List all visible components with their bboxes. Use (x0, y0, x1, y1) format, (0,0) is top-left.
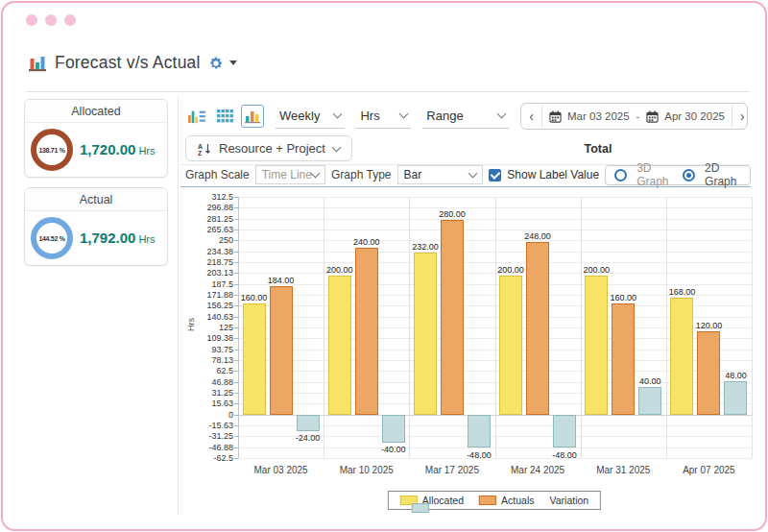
bar-allocated[interactable] (585, 276, 608, 415)
header-divider (26, 91, 750, 92)
chevron-down-icon (333, 109, 343, 119)
bar-actuals[interactable] (612, 303, 635, 415)
chart-list-icon[interactable] (185, 105, 208, 128)
legend-label: Variation (549, 495, 588, 506)
bar-variation[interactable] (297, 415, 320, 431)
plot-divider (324, 197, 324, 458)
grouping-select[interactable]: A Z Resource + Project (185, 135, 352, 161)
bar-actuals[interactable] (526, 242, 549, 415)
y-tick-label: 46.88 (180, 377, 233, 387)
range-select-value: Range (426, 109, 463, 123)
page-title: Forecast v/s Actual (55, 53, 201, 73)
radio-3d-graph[interactable] (614, 169, 627, 181)
grouping-select-value: Resource + Project (219, 141, 325, 156)
actual-hours: 1,792.00 (80, 230, 135, 246)
toolbar: Weekly Hrs Range ‹ (185, 101, 748, 132)
y-tick-label: 31.25 (180, 388, 233, 398)
bar-actuals[interactable] (270, 286, 293, 415)
y-tick-label: -46.88 (180, 443, 233, 452)
y-tick-label: 312.5 (180, 192, 233, 202)
previous-period-button[interactable]: ‹ (521, 105, 542, 128)
y-tick-label: 218.75 (180, 257, 233, 267)
bar-value-label: 200.00 (326, 265, 353, 275)
legend-item[interactable]: Allocated (400, 495, 464, 506)
period-select-value: Weekly (279, 109, 320, 123)
bar-value-label: 120.00 (696, 321, 723, 330)
bar-variation[interactable] (638, 387, 661, 415)
unit-select[interactable]: Hrs (356, 105, 411, 129)
bar-chart-emoji-icon (28, 54, 47, 73)
y-tick-label: 250 (180, 235, 233, 245)
next-period-button[interactable]: › (732, 105, 748, 128)
graph-scale-select[interactable]: Time Line (255, 165, 325, 184)
actual-value-group: 1,792.00Hrs (80, 230, 156, 247)
y-tick (234, 458, 238, 459)
y-tick-label: 93.75 (180, 345, 233, 354)
calendar-icon (646, 110, 659, 123)
y-tick-label: 171.88 (180, 290, 233, 300)
bar-actuals[interactable] (441, 220, 464, 415)
gear-icon[interactable] (208, 56, 224, 71)
graph-type-select[interactable]: Bar (397, 165, 484, 184)
window-dot[interactable] (45, 14, 57, 26)
window-dot[interactable] (64, 14, 76, 26)
actual-percent-ring: 144.52 % (31, 217, 73, 259)
legend-item[interactable]: Actuals (479, 495, 534, 506)
bar-variation[interactable] (553, 415, 576, 448)
bar-allocated[interactable] (414, 253, 437, 414)
bar-allocated[interactable] (499, 276, 522, 415)
allocated-percent: 138.71 % (38, 147, 64, 154)
radio-3d-graph-label: 3D Graph (636, 161, 673, 188)
grid-view-icon[interactable] (213, 105, 236, 128)
bar-value-label: 48.00 (725, 371, 747, 380)
bar-value-label: 240.00 (353, 237, 380, 247)
chevron-down-icon[interactable] (229, 60, 237, 65)
chevron-down-icon (468, 169, 478, 179)
bar-actuals[interactable] (697, 331, 720, 415)
bar-actuals[interactable] (355, 248, 378, 415)
y-axis (238, 197, 239, 458)
allocated-value-group: 1,720.00Hrs (80, 141, 156, 158)
actual-unit: Hrs (138, 233, 155, 245)
allocated-card: Allocated 138.71 % 1,720.00Hrs (24, 99, 168, 178)
grouping-row: A Z Resource + Project Total (185, 135, 748, 162)
actual-percent: 144.52 % (38, 235, 64, 242)
bar-variation[interactable] (382, 415, 405, 443)
radio-2d-graph[interactable] (683, 169, 695, 181)
bar-value-label: 160.00 (611, 293, 637, 302)
end-date-field[interactable]: Apr 30 2025 (639, 110, 732, 123)
y-tick-label: -31.25 (180, 431, 233, 441)
bar-variation[interactable] (724, 381, 747, 415)
y-tick-label: 203.13 (180, 268, 233, 278)
y-tick-label: 140.63 (180, 312, 233, 322)
end-date-value: Apr 30 2025 (664, 110, 725, 122)
allocated-card-body: 138.71 % 1,720.00Hrs (25, 123, 167, 177)
bar-allocated[interactable] (328, 276, 351, 415)
bar-variation[interactable] (468, 415, 491, 448)
unit-select-value: Hrs (360, 109, 379, 123)
legend-swatch (412, 503, 429, 513)
period-select[interactable]: Weekly (276, 105, 345, 129)
svg-text:Z: Z (198, 149, 203, 156)
start-date-field[interactable]: Mar 03 2025 (542, 110, 636, 123)
y-tick-label: 281.25 (180, 214, 233, 224)
gridline (238, 458, 752, 459)
x-axis-label: Mar 24 2025 (495, 465, 581, 475)
date-range-picker: ‹ Mar 03 2025 - (520, 103, 748, 130)
bar-chart-view-icon[interactable] (241, 105, 264, 128)
window-dot[interactable] (26, 14, 37, 26)
app-window: Forecast v/s Actual Allocated 138.71 % 1… (1, 1, 767, 531)
bar-allocated[interactable] (670, 298, 693, 415)
graph-scale-value: Time Line (262, 168, 312, 181)
bar-value-label: 40.00 (639, 376, 661, 386)
show-label-value-checkbox[interactable] (489, 169, 501, 181)
bar-value-label: -48.00 (467, 450, 492, 460)
legend-item[interactable]: Variation (549, 495, 588, 506)
allocated-card-title: Allocated (25, 100, 167, 123)
bar-allocated[interactable] (243, 303, 266, 415)
graph-dimension-radio-group: 3D Graph 2D Graph (605, 165, 751, 185)
allocated-unit: Hrs (138, 145, 155, 157)
range-select[interactable]: Range (422, 105, 509, 129)
bar-value-label: 280.00 (439, 209, 466, 219)
chevron-down-icon (331, 142, 341, 152)
